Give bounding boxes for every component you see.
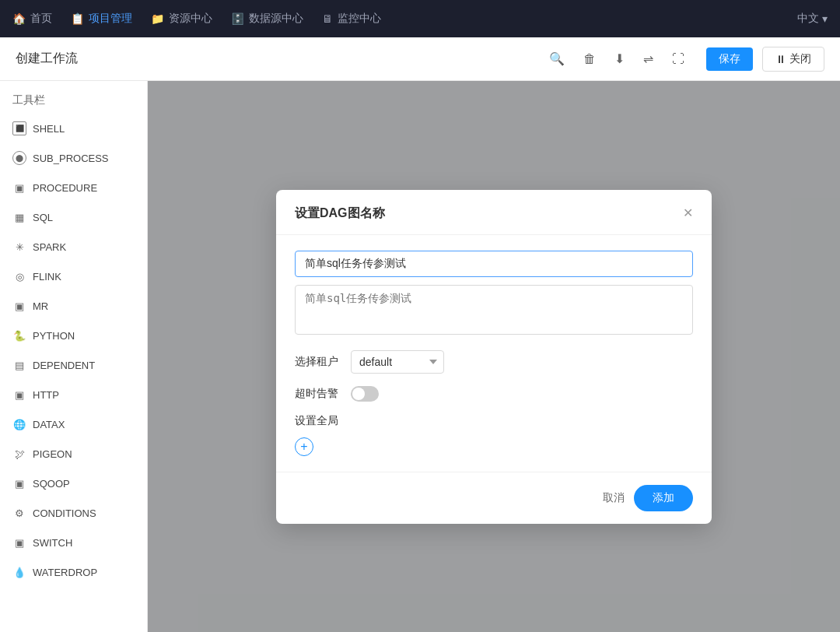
nav-project[interactable]: 📋 项目管理 <box>71 12 132 26</box>
sidebar-label-pigeon: PIGEON <box>33 448 72 460</box>
nav-datasource-label: 数据源中心 <box>249 12 303 26</box>
sql-icon: ▦ <box>12 210 26 224</box>
sidebar-item-switch[interactable]: ▣ SWITCH <box>0 528 147 557</box>
spark-icon: ✳ <box>12 240 26 254</box>
chevron-down-icon: ▾ <box>822 12 828 25</box>
sidebar-label-python: PYTHON <box>33 330 75 342</box>
sidebar-label-shell: SHELL <box>33 123 65 135</box>
sidebar-label-sql: SQL <box>33 212 53 223</box>
shell-icon: ⬛ <box>12 121 26 135</box>
top-navigation: 🏠 首页 📋 项目管理 📁 资源中心 🗄️ 数据源中心 🖥 监控中心 中文 ▾ <box>0 0 840 37</box>
nav-home[interactable]: 🏠 首页 <box>12 12 52 26</box>
modal-overlay: 设置DAG图名称 ✕ 选择租户 default <box>148 81 840 632</box>
sidebar-label-flink: FLINK <box>33 271 61 283</box>
sidebar-label-sqoop: SQOOP <box>33 478 70 490</box>
monitor-icon: 🖥 <box>322 12 333 25</box>
dag-name-modal: 设置DAG图名称 ✕ 选择租户 default <box>276 190 712 524</box>
sidebar-label-switch: SWITCH <box>33 537 72 549</box>
dependent-icon: ▤ <box>12 358 26 372</box>
canvas-area: 设置DAG图名称 ✕ 选择租户 default <box>148 81 840 632</box>
python-icon: 🐍 <box>12 328 26 342</box>
workflow-title: 创建工作流 <box>16 51 537 67</box>
waterdrop-icon: 💧 <box>12 565 26 579</box>
tenant-row: 选择租户 default <box>295 350 693 374</box>
sidebar-label-spark: SPARK <box>33 241 66 253</box>
toolbar-icon-group: 🔍 🗑 ⬇ ⇌ ⛶ <box>546 48 688 69</box>
lang-label: 中文 <box>797 12 819 26</box>
pigeon-icon: 🕊 <box>12 447 26 461</box>
sidebar-title: 工具栏 <box>0 81 147 114</box>
sidebar-label-procedure: PROCEDURE <box>33 182 97 194</box>
flink-icon: ◎ <box>12 269 26 283</box>
tenant-select[interactable]: default <box>351 350 444 374</box>
sidebar: 工具栏 ⬛ SHELL ⬤ SUB_PROCESS ▣ PROCEDURE ▦ … <box>0 81 148 632</box>
sidebar-item-http[interactable]: ▣ HTTP <box>0 380 147 409</box>
sidebar-item-spark[interactable]: ✳ SPARK <box>0 232 147 262</box>
home-icon: 🏠 <box>12 12 26 25</box>
timeout-toggle[interactable] <box>351 386 379 402</box>
sidebar-item-waterdrop[interactable]: 💧 WATERDROP <box>0 557 147 587</box>
sidebar-item-mr[interactable]: ▣ MR <box>0 291 147 321</box>
sidebar-item-flink[interactable]: ◎ FLINK <box>0 262 147 291</box>
workflow-toolbar: 创建工作流 🔍 🗑 ⬇ ⇌ ⛶ 保存 ⏸ 关闭 <box>0 37 840 81</box>
sqoop-icon: ▣ <box>12 476 26 490</box>
sidebar-label-mr: MR <box>33 300 48 312</box>
add-global-button[interactable]: + <box>295 437 313 456</box>
cancel-button[interactable]: 取消 <box>603 491 625 505</box>
sidebar-item-datax[interactable]: 🌐 DATAX <box>0 409 147 439</box>
switch-icon: ▣ <box>12 535 26 549</box>
global-section-title: 设置全局 <box>295 414 693 428</box>
http-icon: ▣ <box>12 388 26 402</box>
resource-icon: 📁 <box>151 12 164 25</box>
nav-monitor-label: 监控中心 <box>338 12 381 26</box>
fullscreen-icon[interactable]: ⛶ <box>669 49 688 69</box>
timeout-row: 超时告警 <box>295 386 693 402</box>
search-icon[interactable]: 🔍 <box>546 48 568 69</box>
dag-description-input[interactable] <box>295 285 693 335</box>
close-button[interactable]: ⏸ 关闭 <box>762 47 824 72</box>
sidebar-label-http: HTTP <box>33 389 59 401</box>
add-button[interactable]: 添加 <box>634 485 693 511</box>
sidebar-item-sqoop[interactable]: ▣ SQOOP <box>0 469 147 498</box>
sub-process-icon: ⬤ <box>12 151 26 165</box>
conditions-icon: ⚙ <box>12 506 26 520</box>
datasource-icon: 🗄️ <box>231 12 244 25</box>
nav-datasource[interactable]: 🗄️ 数据源中心 <box>231 12 303 26</box>
sidebar-item-sub-process[interactable]: ⬤ SUB_PROCESS <box>0 143 147 173</box>
sidebar-label-dependent: DEPENDENT <box>33 360 95 371</box>
language-selector[interactable]: 中文 ▾ <box>797 12 828 26</box>
save-button[interactable]: 保存 <box>706 47 753 71</box>
download-icon[interactable]: ⬇ <box>611 48 628 69</box>
sidebar-item-procedure[interactable]: ▣ PROCEDURE <box>0 173 147 202</box>
datax-icon: 🌐 <box>12 417 26 431</box>
modal-header: 设置DAG图名称 ✕ <box>276 190 712 235</box>
main-layout: 工具栏 ⬛ SHELL ⬤ SUB_PROCESS ▣ PROCEDURE ▦ … <box>0 81 840 632</box>
dag-name-input[interactable] <box>295 251 693 277</box>
modal-title: 设置DAG图名称 <box>295 205 385 222</box>
nav-monitor[interactable]: 🖥 监控中心 <box>322 12 381 26</box>
mr-icon: ▣ <box>12 299 26 313</box>
nav-project-label: 项目管理 <box>89 12 132 26</box>
nav-home-label: 首页 <box>30 12 52 26</box>
procedure-icon: ▣ <box>12 181 26 195</box>
sidebar-label-datax: DATAX <box>33 419 65 430</box>
modal-body: 选择租户 default 超时告警 设置全局 + <box>276 235 712 472</box>
nav-resource[interactable]: 📁 资源中心 <box>151 12 212 26</box>
modal-footer: 取消 添加 <box>276 472 712 524</box>
sidebar-item-sql[interactable]: ▦ SQL <box>0 202 147 232</box>
layout-icon[interactable]: ⇌ <box>640 48 656 69</box>
plus-icon: + <box>300 441 307 453</box>
sidebar-item-conditions[interactable]: ⚙ CONDITIONS <box>0 498 147 528</box>
sidebar-item-shell[interactable]: ⬛ SHELL <box>0 114 147 143</box>
nav-resource-label: 资源中心 <box>169 12 212 26</box>
sidebar-item-pigeon[interactable]: 🕊 PIGEON <box>0 439 147 469</box>
tenant-label: 选择租户 <box>295 355 341 369</box>
timeout-label: 超时告警 <box>295 387 341 401</box>
sidebar-label-conditions: CONDITIONS <box>33 507 96 519</box>
pause-icon: ⏸ <box>775 53 786 65</box>
project-icon: 📋 <box>71 12 84 25</box>
modal-close-button[interactable]: ✕ <box>683 207 693 219</box>
sidebar-item-dependent[interactable]: ▤ DEPENDENT <box>0 350 147 380</box>
delete-icon[interactable]: 🗑 <box>580 49 599 69</box>
sidebar-item-python[interactable]: 🐍 PYTHON <box>0 321 147 350</box>
